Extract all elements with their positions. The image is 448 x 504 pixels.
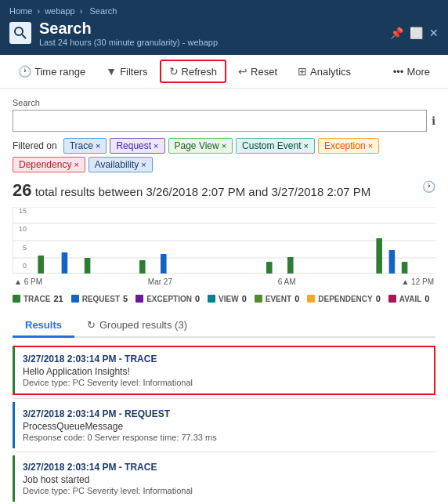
chart-container: 15 10 5 0 [13,207,435,286]
tab-grouped-results[interactable]: ↻ Grouped results (3) [74,314,200,338]
result-item-3[interactable]: 3/27/2018 2:03:14 PM - TRACE Job host st… [13,455,435,502]
window-controls: 📌 ⬜ ✕ [390,27,439,39]
divider-1 [13,398,435,399]
remove-exception[interactable]: × [368,141,373,150]
view-dot [208,295,215,303]
analytics-icon: ⊞ [298,65,307,78]
result-item-1[interactable]: 3/27/2018 2:03:14 PM - TRACE Hello Appli… [13,346,435,395]
svg-rect-8 [38,256,44,274]
result-1-header: 3/27/2018 2:03:14 PM - TRACE [23,354,426,364]
refresh-icon: ↻ [169,65,179,78]
remove-trace[interactable]: × [96,141,100,150]
legend-request: REQUEST 5 [71,294,128,303]
divider-2 [13,451,435,452]
legend-trace: TRACE 21 [13,294,63,303]
legend-event: EVENT 0 [255,294,299,303]
refresh-button[interactable]: ↻ Refresh [160,60,227,83]
svg-rect-10 [85,258,91,274]
dependency-dot [307,295,315,303]
result-1-body: Hello Application Insights! [23,366,426,377]
filter-pageview[interactable]: Page View × [168,138,233,154]
svg-rect-17 [402,262,408,274]
result-1-meta: Device type: PC Severity level: Informat… [23,378,426,387]
filter-customevent[interactable]: Custom Event × [236,138,315,154]
filter-icon: ▼ [106,65,117,78]
info-icon: ℹ [432,114,435,127]
filter-trace[interactable]: Trace × [63,138,107,154]
request-dot [71,295,79,303]
exception-dot [135,295,143,303]
search-input[interactable] [13,110,427,132]
maximize-icon[interactable]: ⬜ [410,27,423,39]
chart-with-labels: 15 10 5 0 [13,207,435,286]
reset-icon: ↩ [238,65,247,78]
main-content: Search ℹ Filtered on Trace × Request × P… [0,89,448,504]
legend-exception: EXCEPTION 0 [135,294,200,303]
remove-pageview[interactable]: × [222,141,226,150]
pin-icon[interactable]: 📌 [390,27,403,39]
filter-request[interactable]: Request × [110,138,164,154]
filter-label: Filtered on [13,140,57,151]
svg-rect-12 [161,254,167,274]
clock-icon: 🕐 [18,65,31,78]
more-button[interactable]: ••• More [385,61,439,82]
chart-svg [13,207,435,274]
page-title: Search [39,19,218,38]
legend-avail: AVAIL 0 [388,294,430,303]
page-subtitle: Last 24 hours (30 minute granularity) - … [39,38,218,47]
svg-point-0 [15,27,23,35]
results-count: 26 total results between 3/26/2018 2:07 … [13,180,435,201]
more-dots-icon: ••• [393,66,404,78]
result-3-header: 3/27/2018 2:03:14 PM - TRACE [23,462,428,473]
analytics-button[interactable]: ⊞ Analytics [289,60,359,82]
time-range-button[interactable]: 🕐 Time range [9,60,94,82]
result-2-meta: Response code: 0 Server response time: 7… [23,433,428,442]
x-axis-labels: ▲ 6 PM Mar 27 6 AM ▲ 12 PM [13,277,435,286]
avail-dot [388,295,396,303]
filter-dependency[interactable]: Dependency × [13,157,85,172]
results-number: 26 [13,180,31,200]
filter-exception[interactable]: Exception × [318,138,379,154]
svg-rect-14 [287,257,294,274]
event-dot [255,295,262,303]
app-title-text: Search Last 24 hours (30 minute granular… [39,19,218,47]
remove-availability[interactable]: × [141,160,146,169]
sync-icon: ↻ [87,319,96,331]
search-label: Search [13,98,435,107]
app-icon [9,22,31,44]
results-text: total results between 3/26/2018 2:07 PM … [35,185,371,198]
svg-rect-16 [389,250,396,274]
breadcrumb: Home › webapp › Search [9,6,439,16]
trace-dot [13,295,20,303]
svg-rect-13 [266,262,273,274]
filters-button[interactable]: ▼ Filters [97,60,156,82]
svg-line-1 [22,34,26,38]
legend: TRACE 21 REQUEST 5 EXCEPTION 0 VIEW 0 EV… [13,294,435,303]
result-3-body: Job host started [23,474,428,485]
remove-dependency[interactable]: × [74,160,78,169]
legend-dependency: DEPENDENCY 0 [307,294,381,303]
svg-rect-11 [139,260,146,274]
svg-rect-15 [376,238,382,274]
svg-rect-9 [62,252,68,274]
history-icon[interactable]: 🕐 [422,180,435,193]
app-header: Home › webapp › Search Search Last 24 ho… [0,0,448,55]
result-item-2[interactable]: 3/27/2018 2:03:14 PM - REQUEST ProcessQu… [13,402,435,448]
results-list: 3/27/2018 2:03:14 PM - TRACE Hello Appli… [13,346,435,504]
close-icon[interactable]: ✕ [429,27,439,39]
search-row: ℹ [13,110,435,132]
remove-request[interactable]: × [154,141,158,150]
title-left: Search Last 24 hours (30 minute granular… [9,19,218,47]
filter-availability[interactable]: Availability × [89,157,153,172]
tab-results[interactable]: Results [13,314,74,338]
result-2-body: ProcessQueueMessage [23,421,428,432]
result-3-meta: Device type: PC Severity level: Informat… [23,486,428,495]
tabs-row: Results ↻ Grouped results (3) [13,314,435,338]
title-row: Search Last 24 hours (30 minute granular… [9,19,439,47]
toolbar: 🕐 Time range ▼ Filters ↻ Refresh ↩ Reset… [0,55,448,89]
remove-customevent[interactable]: × [303,141,308,150]
filter-row: Filtered on Trace × Request × Page View … [13,138,435,172]
reset-button[interactable]: ↩ Reset [229,60,286,82]
chart-body: ▲ 6 PM Mar 27 6 AM ▲ 12 PM [13,207,435,286]
result-2-header: 3/27/2018 2:03:14 PM - REQUEST [23,408,428,419]
